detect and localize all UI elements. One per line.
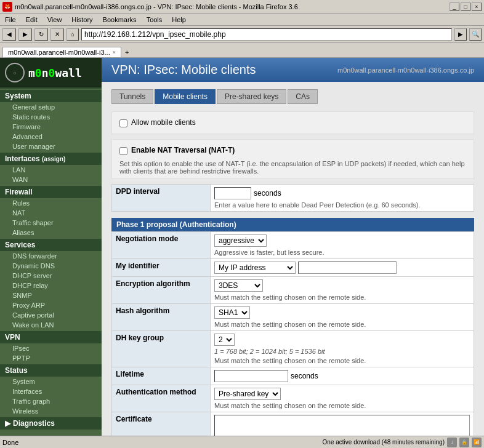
minimize-button[interactable]: _ xyxy=(450,2,459,11)
phase1-header: Phase 1 proposal (Authentication) xyxy=(111,218,474,231)
sidebar-item-traffic-graph[interactable]: Traffic graph xyxy=(0,396,102,406)
nat-description: Set this option to enable the use of NAT… xyxy=(119,160,466,175)
certificate-textarea[interactable] xyxy=(214,415,470,436)
hash-select[interactable]: SHA1 MD5 xyxy=(214,306,250,319)
sidebar-item-wireless[interactable]: Wireless xyxy=(0,406,102,416)
back-button[interactable]: ◀ xyxy=(2,28,16,41)
browser-tab-1[interactable]: m0n0wall.parancell-m0n0wall-i3... × xyxy=(2,47,121,57)
forward-button[interactable]: ▶ xyxy=(18,28,32,41)
help-menu[interactable]: Help xyxy=(169,15,188,24)
enable-nat-label: Enable NAT Traversal (NAT-T) xyxy=(131,146,235,154)
tab-cas[interactable]: CAs xyxy=(288,89,318,104)
sidebar-item-aliases[interactable]: Aliases xyxy=(0,228,102,238)
browser-title-bar: 🦊 m0n0wall.parancell-m0n0wall-i386.ongs.… xyxy=(0,0,484,14)
sidebar-item-proxy-arp[interactable]: Proxy ARP xyxy=(0,300,102,310)
encryption-value-cell: 3DES AES Blowfish CAST128 Must match the… xyxy=(211,277,474,304)
page-content: ○ m0n0wall System General setup Static r… xyxy=(0,58,484,436)
tab-mobile-clients[interactable]: Mobile clients xyxy=(155,89,216,104)
dpd-input[interactable] xyxy=(214,187,251,199)
identifier-input-row: My IP address Distinguished name User FQ… xyxy=(214,262,470,274)
sidebar-item-dns-forwarder[interactable]: DNS forwarder xyxy=(0,251,102,261)
dpd-input-row: seconds xyxy=(214,187,470,199)
edit-menu[interactable]: Edit xyxy=(23,15,40,24)
dh-select[interactable]: 1 2 5 xyxy=(214,334,235,346)
browser-toolbar: ◀ ▶ ↻ ✕ ⌂ ▶ 🔍 xyxy=(0,26,484,43)
sidebar-section-status[interactable]: Status xyxy=(0,364,102,377)
sidebar-item-lan[interactable]: LAN xyxy=(0,165,102,175)
dh-description: Must match the setting chosen on the rem… xyxy=(214,357,470,364)
reload-button[interactable]: ↻ xyxy=(34,28,48,41)
new-tab-button[interactable]: + xyxy=(121,47,132,57)
dh-label: DH key group xyxy=(112,331,211,367)
content-area: Tunnels Mobile clients Pre-shared keys C… xyxy=(102,82,484,436)
close-button[interactable]: × xyxy=(472,2,482,11)
sidebar-section-diagnostics[interactable]: ▶ Diagnostics xyxy=(0,417,102,430)
encryption-description: Must match the setting chosen on the rem… xyxy=(214,294,470,301)
browser-tab-bar: m0n0wall.parancell-m0n0wall-i3... × + xyxy=(0,43,484,58)
hash-row: Hash algorithm SHA1 MD5 Must match the s… xyxy=(112,304,474,331)
sidebar-item-general-setup[interactable]: General setup xyxy=(0,102,102,112)
sidebar-item-dhcp-server[interactable]: DHCP server xyxy=(0,271,102,281)
sidebar-item-dynamic-dns[interactable]: Dynamic DNS xyxy=(0,261,102,271)
download-icon: ↓ xyxy=(447,438,457,447)
sidebar-item-user-manager[interactable]: User manager xyxy=(0,142,102,151)
dh-row: DH key group 1 2 5 1 = 768 bit; 2 = 1024… xyxy=(112,331,474,367)
diagnostics-arrow-icon: ▶ xyxy=(5,419,10,428)
status-text: Done xyxy=(2,439,318,446)
bookmarks-menu[interactable]: Bookmarks xyxy=(100,15,139,24)
allow-mobile-clients-checkbox[interactable] xyxy=(119,119,127,127)
page-tab-bar: Tunnels Mobile clients Pre-shared keys C… xyxy=(111,89,474,104)
home-button[interactable]: ⌂ xyxy=(67,28,79,41)
identifier-value-input[interactable] xyxy=(298,262,397,274)
sidebar-item-nat[interactable]: NAT xyxy=(0,208,102,218)
negotiation-select[interactable]: aggressive main xyxy=(214,234,267,247)
lifetime-input[interactable] xyxy=(214,370,288,382)
tab-close-icon[interactable]: × xyxy=(113,49,116,55)
lifetime-label: Lifetime xyxy=(112,367,211,385)
sidebar-item-static-routes[interactable]: Static routes xyxy=(0,112,102,122)
encryption-select[interactable]: 3DES AES Blowfish CAST128 xyxy=(214,279,263,292)
address-bar[interactable] xyxy=(81,28,452,41)
sidebar-item-pptp[interactable]: PPTP xyxy=(0,353,102,363)
tab-tunnels[interactable]: Tunnels xyxy=(111,89,153,104)
nat-checkbox-container: Enable NAT Traversal (NAT-T) xyxy=(119,143,466,158)
identifier-type-select[interactable]: My IP address Distinguished name User FQ… xyxy=(214,262,296,274)
network-icon: 📶 xyxy=(472,438,482,447)
stop-button[interactable]: ✕ xyxy=(50,28,64,41)
sidebar-item-captive-portal[interactable]: Captive portal xyxy=(0,310,102,320)
lifetime-unit: seconds xyxy=(291,372,318,380)
sidebar-item-dhcp-relay[interactable]: DHCP relay xyxy=(0,281,102,290)
sidebar-item-advanced[interactable]: Advanced xyxy=(0,132,102,142)
sidebar-item-wake-on-lan[interactable]: Wake on LAN xyxy=(0,320,102,330)
sidebar-section-system[interactable]: System xyxy=(0,90,102,102)
tab-pre-shared-keys[interactable]: Pre-shared keys xyxy=(217,89,286,104)
history-menu[interactable]: History xyxy=(69,15,95,24)
main-content: VPN: IPsec: Mobile clients m0n0wall.para… xyxy=(102,58,484,436)
sidebar-item-snmp[interactable]: SNMP xyxy=(0,290,102,300)
enable-nat-checkbox[interactable] xyxy=(119,147,127,155)
menu-bar: File Edit View History Bookmarks Tools H… xyxy=(0,14,484,26)
sidebar-item-interfaces[interactable]: Interfaces xyxy=(0,386,102,396)
sidebar-item-traffic-shaper[interactable]: Traffic shaper xyxy=(0,218,102,228)
sidebar-item-rules[interactable]: Rules xyxy=(0,198,102,208)
certificate-label: Certificate xyxy=(112,412,211,436)
status-icons: One active download (48 minutes remainin… xyxy=(323,438,482,447)
nat-container: Enable NAT Traversal (NAT-T) Set this op… xyxy=(119,143,466,175)
sidebar-section-vpn[interactable]: VPN xyxy=(0,331,102,343)
sidebar-item-ipsec[interactable]: IPsec xyxy=(0,343,102,353)
tools-menu[interactable]: Tools xyxy=(144,15,165,24)
sidebar-section-interfaces[interactable]: Interfaces (assign) xyxy=(0,153,102,165)
sidebar-item-wan[interactable]: WAN xyxy=(0,175,102,185)
view-menu[interactable]: View xyxy=(45,15,65,24)
auth-select[interactable]: Pre-shared key Certificate xyxy=(214,388,281,400)
maximize-button[interactable]: □ xyxy=(461,2,470,11)
dh-note: 1 = 768 bit; 2 = 1024 bit; 5 = 1536 bit xyxy=(214,348,470,355)
sidebar-section-services[interactable]: Services xyxy=(0,239,102,251)
go-button[interactable]: ▶ xyxy=(454,28,467,41)
sidebar-section-firewall[interactable]: Firewall xyxy=(0,186,102,198)
sidebar-item-firmware[interactable]: Firmware xyxy=(0,122,102,132)
hash-value-cell: SHA1 MD5 Must match the setting chosen o… xyxy=(211,304,474,331)
sidebar-item-system[interactable]: System xyxy=(0,377,102,386)
search-button[interactable]: 🔍 xyxy=(469,28,482,41)
file-menu[interactable]: File xyxy=(2,15,18,24)
